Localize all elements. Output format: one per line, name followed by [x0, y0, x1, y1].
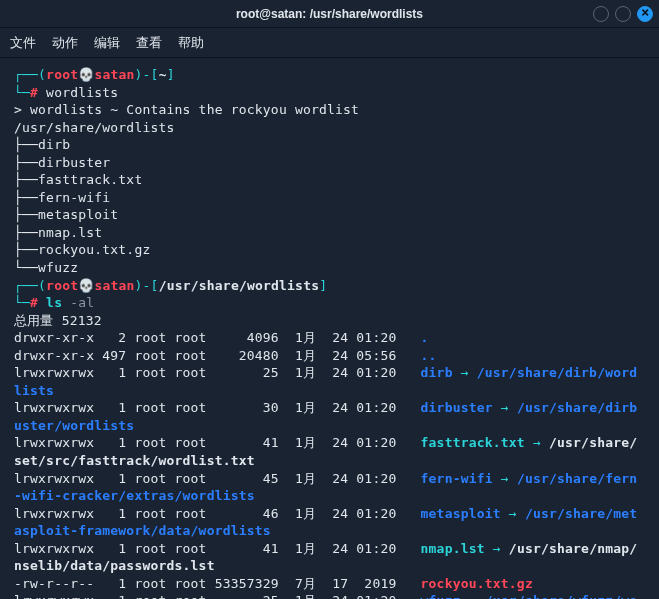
- ls-links: 1: [102, 576, 134, 591]
- ls-size: 25: [215, 365, 295, 380]
- tree-item: ├──metasploit: [14, 207, 118, 222]
- ls-links: 1: [102, 435, 134, 450]
- ls-date: 1月 24 05:56: [295, 348, 421, 363]
- ls-owner: root root: [134, 471, 214, 486]
- ls-perm: lrwxrwxrwx: [14, 435, 102, 450]
- arrow-icon: →: [501, 506, 525, 521]
- ls-owner: root root: [134, 400, 214, 415]
- maximize-button[interactable]: [615, 6, 631, 22]
- ls-links: 497: [102, 348, 134, 363]
- tree-item: ├──nmap.lst: [14, 225, 102, 240]
- ls-name: dirb: [421, 365, 453, 380]
- prompt-user: root: [46, 67, 78, 82]
- ls-perm: lrwxrwxrwx: [14, 365, 102, 380]
- ls-owner: root root: [134, 506, 214, 521]
- ls-perm: lrwxrwxrwx: [14, 506, 102, 521]
- ls-name: rockyou.txt.gz: [421, 576, 533, 591]
- ls-size: 30: [215, 400, 295, 415]
- cmd-flag: -al: [70, 295, 94, 310]
- ls-date: 1月 24 01:20: [295, 365, 421, 380]
- ls-perm: lrwxrwxrwx: [14, 541, 102, 556]
- ls-date: 1月 24 01:20: [295, 330, 421, 345]
- ls-links: 1: [102, 365, 134, 380]
- ls-perm: drwxr-xr-x: [14, 330, 102, 345]
- ls-name: wfuzz: [421, 593, 461, 599]
- terminal-output[interactable]: ┌──(root💀satan)-[~]└─# wordlists> wordli…: [0, 58, 659, 599]
- ls-size: 53357329: [215, 576, 295, 591]
- skull-icon: 💀: [78, 67, 94, 82]
- arrow-icon: →: [453, 365, 477, 380]
- menu-file[interactable]: 文件: [10, 34, 36, 52]
- ls-date: 1月 24 01:20: [295, 471, 421, 486]
- ls-links: 2: [102, 330, 134, 345]
- ls-perm: lrwxrwxrwx: [14, 400, 102, 415]
- menu-help[interactable]: 帮助: [178, 34, 204, 52]
- ls-name: .: [421, 330, 429, 345]
- ls-links: 1: [102, 593, 134, 599]
- tree-item: ├──rockyou.txt.gz: [14, 242, 150, 257]
- ls-size: 45: [215, 471, 295, 486]
- tree-item: ├──dirb: [14, 137, 70, 152]
- ls-owner: root root: [134, 348, 214, 363]
- arrow-icon: →: [493, 400, 517, 415]
- ls-size: 46: [215, 506, 295, 521]
- ls-name: nmap.lst: [421, 541, 485, 556]
- ls-name: dirbuster: [421, 400, 493, 415]
- ls-owner: root root: [134, 576, 214, 591]
- ls-date: 1月 24 01:20: [295, 400, 421, 415]
- tree-item: ├──fern-wifi: [14, 190, 110, 205]
- prompt-path: ~: [159, 67, 167, 82]
- desc-line: > wordlists ~ Contains the rockyou wordl…: [14, 102, 359, 117]
- tree-item: ├──dirbuster: [14, 155, 110, 170]
- close-button[interactable]: [637, 6, 653, 22]
- ls-name: fern-wifi: [421, 471, 493, 486]
- ls-size: 41: [215, 435, 295, 450]
- ls-owner: root root: [134, 365, 214, 380]
- ls-owner: root root: [134, 593, 214, 599]
- tree-item: └──wfuzz: [14, 260, 78, 275]
- ls-owner: root root: [134, 330, 214, 345]
- ls-perm: -rw-r--r--: [14, 576, 102, 591]
- ls-total: 总用量 52132: [14, 313, 102, 328]
- arrow-icon: →: [525, 435, 549, 450]
- ls-perm: lrwxrwxrwx: [14, 471, 102, 486]
- tree-item: ├──fasttrack.txt: [14, 172, 142, 187]
- ls-owner: root root: [134, 435, 214, 450]
- ls-size: 41: [215, 541, 295, 556]
- ls-links: 1: [102, 541, 134, 556]
- menu-edit[interactable]: 编辑: [94, 34, 120, 52]
- prompt-path: /usr/share/wordlists: [159, 278, 320, 293]
- ls-name: fasttrack.txt: [421, 435, 525, 450]
- ls-date: 1月 24 01:20: [295, 506, 421, 521]
- arrow-icon: →: [493, 471, 517, 486]
- arrow-icon: →: [485, 541, 509, 556]
- skull-icon: 💀: [78, 278, 94, 293]
- prompt-hash: #: [30, 85, 38, 100]
- menubar: 文件 动作 编辑 查看 帮助: [0, 28, 659, 58]
- cmd-ls: ls: [38, 295, 70, 310]
- ls-perm: drwxr-xr-x: [14, 348, 102, 363]
- ls-links: 1: [102, 506, 134, 521]
- prompt-open: ┌──(: [14, 67, 46, 82]
- ls-links: 1: [102, 400, 134, 415]
- ls-name: metasploit: [421, 506, 501, 521]
- ls-size: 25: [215, 593, 295, 599]
- window-controls: [593, 6, 653, 22]
- ls-date: 1月 24 01:20: [295, 593, 421, 599]
- arrow-icon: →: [461, 593, 485, 599]
- menu-view[interactable]: 查看: [136, 34, 162, 52]
- menu-actions[interactable]: 动作: [52, 34, 78, 52]
- titlebar: root@satan: /usr/share/wordlists: [0, 0, 659, 28]
- desc-path: /usr/share/wordlists: [14, 120, 175, 135]
- minimize-button[interactable]: [593, 6, 609, 22]
- ls-size: 20480: [215, 348, 295, 363]
- ls-owner: root root: [134, 541, 214, 556]
- prompt-host: satan: [94, 67, 134, 82]
- window-title: root@satan: /usr/share/wordlists: [236, 7, 423, 21]
- ls-perm: lrwxrwxrwx: [14, 593, 102, 599]
- ls-date: 7月 17 2019: [295, 576, 421, 591]
- ls-links: 1: [102, 471, 134, 486]
- ls-date: 1月 24 01:20: [295, 435, 421, 450]
- ls-size: 4096: [215, 330, 295, 345]
- cmd-wordlists: wordlists: [38, 85, 118, 100]
